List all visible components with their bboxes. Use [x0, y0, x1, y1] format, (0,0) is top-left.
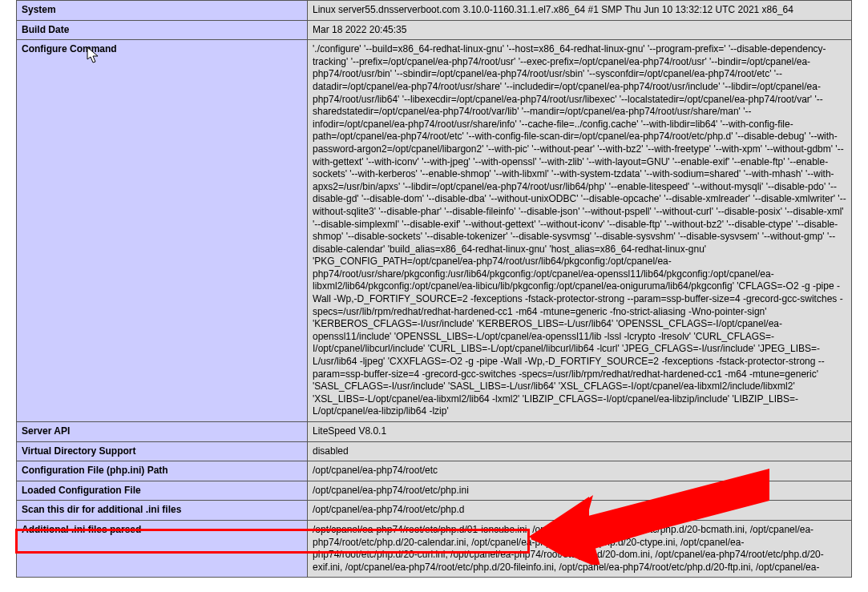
row-value-vdir: disabled — [308, 441, 852, 461]
row-value-system: Linux server55.dnsserverboot.com 3.10.0-… — [308, 1, 852, 21]
table-row: Additional .ini files parsed /opt/cpanel… — [17, 520, 852, 577]
table-row: Scan this dir for additional .ini files … — [17, 501, 852, 521]
row-label-system: System — [17, 1, 308, 21]
row-label-build-date: Build Date — [17, 20, 308, 40]
row-label-configure: Configure Command — [17, 40, 308, 422]
row-value-config-path: /opt/cpanel/ea-php74/root/etc — [308, 461, 852, 481]
row-value-additional-ini: /opt/cpanel/ea-php74/root/etc/php.d/01-i… — [308, 520, 852, 577]
row-label-vdir: Virtual Directory Support — [17, 441, 308, 461]
row-value-configure: './configure' '--build=x86_64-redhat-lin… — [308, 40, 852, 422]
table-row: Server API LiteSpeed V8.0.1 — [17, 422, 852, 442]
table-row: Configuration File (php.ini) Path /opt/c… — [17, 461, 852, 481]
row-label-server-api: Server API — [17, 422, 308, 442]
row-label-scan-dir: Scan this dir for additional .ini files — [17, 501, 308, 521]
row-label-loaded-config: Loaded Configuration File — [17, 481, 308, 501]
table-row-highlighted: Loaded Configuration File /opt/cpanel/ea… — [17, 481, 852, 501]
row-value-server-api: LiteSpeed V8.0.1 — [308, 422, 852, 442]
phpinfo-table: System Linux server55.dnsserverboot.com … — [16, 0, 852, 578]
row-label-config-path: Configuration File (php.ini) Path — [17, 461, 308, 481]
table-row: Configure Command './configure' '--build… — [17, 40, 852, 422]
row-label-additional-ini: Additional .ini files parsed — [17, 520, 308, 577]
table-row: System Linux server55.dnsserverboot.com … — [17, 1, 852, 21]
table-row: Virtual Directory Support disabled — [17, 441, 852, 461]
row-value-loaded-config: /opt/cpanel/ea-php74/root/etc/php.ini — [308, 481, 852, 501]
row-value-scan-dir: /opt/cpanel/ea-php74/root/etc/php.d — [308, 501, 852, 521]
table-row: Build Date Mar 18 2022 20:45:35 — [17, 20, 852, 40]
row-value-build-date: Mar 18 2022 20:45:35 — [308, 20, 852, 40]
